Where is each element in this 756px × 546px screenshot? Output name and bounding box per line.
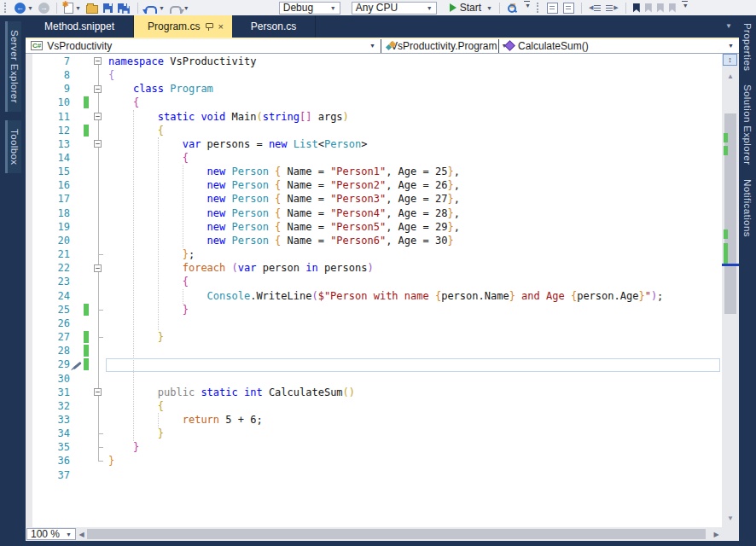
- code-line[interactable]: 20 new Person { Name = "Person6", Age = …: [26, 234, 722, 247]
- code-text: {: [106, 151, 189, 165]
- code-text: namespace VsProductivity: [106, 55, 256, 68]
- code-line[interactable]: 18 new Person { Name = "Person4", Age = …: [26, 206, 722, 220]
- navigate-forward-button[interactable]: →: [38, 1, 50, 15]
- start-debugging-button[interactable]: Start▼: [449, 1, 493, 15]
- code-line[interactable]: 8{: [26, 68, 722, 82]
- tab-method-snippet[interactable]: Method.snippet: [26, 15, 134, 38]
- toggle-bookmark-button[interactable]: [632, 1, 641, 15]
- code-line[interactable]: 30: [26, 372, 722, 386]
- previous-bookmark-button[interactable]: [644, 1, 653, 15]
- pin-icon[interactable]: [205, 22, 212, 31]
- new-file-button[interactable]: ✱▼: [63, 1, 82, 15]
- change-margin: [84, 386, 90, 399]
- sidebar-tab-properties[interactable]: Properties: [742, 21, 753, 73]
- split-window-handle[interactable]: ↕: [723, 54, 737, 66]
- vertical-scrollbar[interactable]: ↕ ▲ ▼: [722, 54, 739, 527]
- close-icon[interactable]: ×: [218, 22, 223, 31]
- outline-margin: [90, 275, 106, 288]
- code-line[interactable]: 34 }: [26, 427, 722, 440]
- tab-list-dropdown[interactable]: ▼: [718, 22, 739, 30]
- code-line[interactable]: 37: [26, 468, 722, 482]
- code-text: class Program: [106, 82, 213, 96]
- solution-platform-combo[interactable]: Any CPU▼: [352, 2, 437, 15]
- increase-indent-button[interactable]: ▶: [605, 1, 619, 15]
- save-button[interactable]: [102, 1, 113, 15]
- decrease-indent-button[interactable]: ◀: [588, 1, 602, 15]
- code-line[interactable]: 23 {: [26, 275, 722, 288]
- code-line[interactable]: 28: [26, 344, 722, 357]
- next-bookmark-button[interactable]: [656, 1, 665, 15]
- code-line[interactable]: 25 }: [26, 303, 722, 317]
- collapse-toggle[interactable]: −: [94, 140, 102, 148]
- snippet-button-1[interactable]: [546, 1, 559, 15]
- code-line[interactable]: 12 {: [26, 124, 722, 137]
- code-line[interactable]: 9− class Program: [26, 82, 722, 96]
- scroll-down-arrow[interactable]: ▼: [722, 514, 739, 522]
- outline-margin: −: [90, 55, 106, 68]
- code-line[interactable]: 31− public static int CalculateSum(): [26, 386, 722, 399]
- type-dropdown[interactable]: VsProductivity.Program ▼: [381, 39, 499, 53]
- code-line[interactable]: 16 new Person { Name = "Person2", Age = …: [26, 178, 722, 192]
- collapse-toggle[interactable]: −: [94, 57, 102, 65]
- scrollbar-thumb[interactable]: [724, 113, 736, 314]
- code-line[interactable]: 7−namespace VsProductivity: [26, 55, 722, 68]
- line-number: 13: [32, 137, 75, 151]
- save-all-button[interactable]: [117, 1, 131, 15]
- sidebar-tab-solution-explorer[interactable]: Solution Explorer: [742, 83, 753, 166]
- project-dropdown[interactable]: C# VsProductivity ▼: [26, 39, 381, 53]
- scrollbar-thumb[interactable]: [87, 529, 706, 539]
- code-line[interactable]: 33 return 5 + 6;: [26, 413, 722, 427]
- tab-program-cs[interactable]: Program.cs ×: [134, 15, 232, 38]
- code-line[interactable]: 24 Console.WriteLine($"Person with name …: [26, 289, 722, 303]
- undo-button[interactable]: ▼: [144, 1, 166, 15]
- code-line[interactable]: 26: [26, 317, 722, 330]
- clear-bookmarks-button[interactable]: [668, 1, 677, 15]
- toolbar-grip[interactable]: [537, 3, 541, 13]
- collapse-toggle[interactable]: −: [94, 113, 102, 120]
- tab-label: Person.cs: [251, 20, 296, 32]
- editor-zoom-combo[interactable]: 100 % ▼: [26, 528, 76, 540]
- code-editor[interactable]: 7−namespace VsProductivity8{9− class Pro…: [26, 54, 722, 527]
- code-line[interactable]: 36}: [26, 454, 722, 468]
- tab-person-cs[interactable]: Person.cs: [232, 15, 316, 38]
- snippet-button-2[interactable]: [562, 1, 575, 15]
- code-line[interactable]: 19 new Person { Name = "Person5", Age = …: [26, 220, 722, 234]
- find-in-files-button[interactable]: [506, 1, 519, 15]
- sidebar-tab-toolbox[interactable]: Toolbox: [5, 120, 21, 173]
- toolbar-overflow-button[interactable]: ▼: [680, 1, 689, 15]
- open-file-button[interactable]: [85, 1, 99, 15]
- toolbar-overflow-button[interactable]: ▼: [522, 1, 532, 15]
- horizontal-scrollbar[interactable]: [87, 527, 711, 541]
- toolbar-grip[interactable]: [4, 3, 9, 13]
- chevron-down-icon: ▼: [486, 5, 492, 11]
- change-margin: [84, 220, 90, 234]
- navigate-backward-button[interactable]: ←▼: [14, 1, 34, 15]
- code-line[interactable]: 15 new Person { Name = "Person1", Age = …: [26, 165, 722, 178]
- scroll-up-arrow[interactable]: ▲: [722, 73, 739, 80]
- outline-end-tick: [98, 254, 103, 255]
- collapse-toggle[interactable]: −: [94, 264, 102, 272]
- code-line[interactable]: 35 }: [26, 440, 722, 454]
- code-text: [106, 317, 108, 330]
- code-line[interactable]: 11− static void Main(string[] args): [26, 110, 722, 124]
- code-line[interactable]: 27 }: [26, 330, 722, 344]
- sidebar-tab-notifications[interactable]: Notifications: [742, 177, 753, 239]
- outline-margin: −: [90, 82, 106, 96]
- code-line[interactable]: 13− var persons = new List<Person>: [26, 137, 722, 151]
- redo-button[interactable]: ▼: [169, 1, 190, 15]
- member-dropdown[interactable]: CalculateSum() ▼: [499, 39, 739, 53]
- code-line[interactable]: 21 };: [26, 247, 722, 261]
- solution-configuration-combo[interactable]: Debug▼: [279, 2, 340, 15]
- line-number: 12: [32, 124, 75, 137]
- change-margin: [84, 137, 90, 151]
- code-line[interactable]: 22− foreach (var person in persons): [26, 261, 722, 275]
- code-line[interactable]: 17 new Person { Name = "Person3", Age = …: [26, 192, 722, 206]
- scroll-right-arrow[interactable]: ▶: [711, 531, 722, 538]
- code-line[interactable]: 14 {: [26, 151, 722, 165]
- scroll-left-arrow[interactable]: ◀: [76, 531, 87, 538]
- collapse-toggle[interactable]: −: [94, 388, 102, 396]
- sidebar-tab-server-explorer[interactable]: Server Explorer: [5, 21, 21, 112]
- code-line[interactable]: 32 {: [26, 399, 722, 413]
- collapse-toggle[interactable]: −: [94, 85, 102, 93]
- code-line[interactable]: 10 {: [26, 96, 722, 109]
